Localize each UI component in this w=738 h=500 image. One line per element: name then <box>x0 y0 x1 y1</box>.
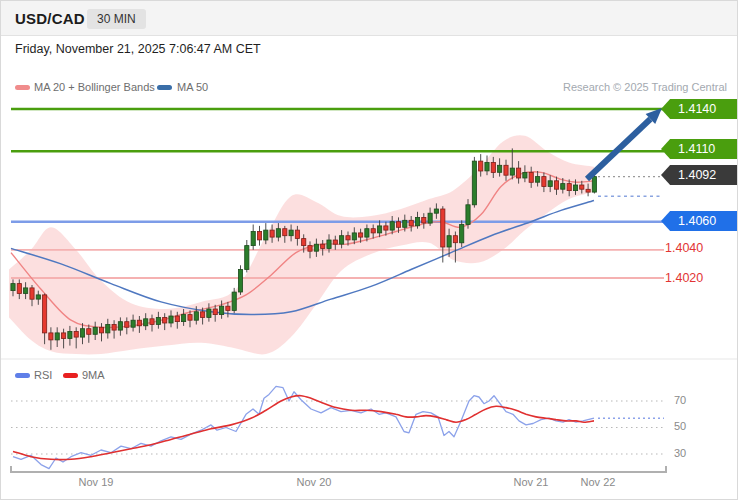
resistance-level-tag-14110: 1.4110 <box>661 139 737 159</box>
bullish-arrow-shaft <box>587 119 650 179</box>
x-axis-label-nov21: Nov 21 <box>509 476 553 488</box>
x-axis-label-nov20: Nov 20 <box>292 476 336 488</box>
ma50-legend-label: MA 50 <box>177 81 208 93</box>
trading-central-chart-widget: USD/CAD 30 MIN Friday, November 21, 2025… <box>0 0 738 500</box>
rsi-legend-swatch <box>15 373 30 378</box>
pivot-level-label-14020: 1.4020 <box>665 271 703 285</box>
rsi-ma-legend-swatch <box>63 373 78 378</box>
chart-date: Friday, November 21, 2025 7:06:47 AM CET <box>15 42 261 56</box>
rsi-tick-30: 30 <box>674 447 686 459</box>
pivot-level-label-14040: 1.4040 <box>665 241 703 255</box>
x-axis-label-nov19: Nov 19 <box>74 476 118 488</box>
symbol-title: USD/CAD <box>15 1 85 36</box>
ma50-legend-swatch <box>157 85 172 90</box>
rsi-ma-legend-label: 9MA <box>82 369 105 381</box>
support-level-tag-14060: 1.4060 <box>661 211 737 231</box>
x-axis-label-nov22: Nov 22 <box>576 476 620 488</box>
ma20-legend-label: MA 20 + Bollinger Bands <box>34 81 155 93</box>
last-price-tag: 1.4092 <box>661 165 737 185</box>
resistance-level-tag-14140: 1.4140 <box>661 99 737 119</box>
research-credit: Research © 2025 Trading Central <box>563 81 727 93</box>
header: USD/CAD 30 MIN <box>1 1 738 36</box>
time-axis <box>11 466 666 472</box>
price-and-rsi-chart <box>1 1 738 500</box>
timeframe-badge: 30 MIN <box>87 9 146 29</box>
rsi-tick-50: 50 <box>674 420 686 432</box>
rsi-tick-70: 70 <box>674 394 686 406</box>
ma20-legend-swatch <box>15 85 30 90</box>
rsi-legend-label: RSI <box>34 369 52 381</box>
